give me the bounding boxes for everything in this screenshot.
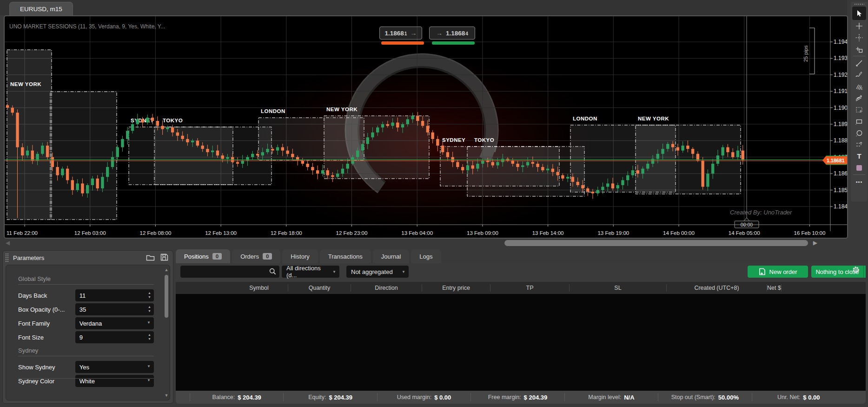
svg-text:E: E — [861, 87, 863, 90]
svg-text:13 Feb 14:00: 13 Feb 14:00 — [532, 230, 564, 236]
positions-table-body[interactable] — [176, 294, 866, 391]
status-item: Stop out (Smart): 50.00% — [658, 393, 751, 401]
svg-text:13 Feb 19:00: 13 Feb 19:00 — [597, 230, 629, 236]
vscroll-thumb[interactable] — [165, 275, 168, 318]
parameters-body: Global Style Days Back 11 ▼ ▲ — [6, 265, 170, 400]
pitchfork-tool-icon[interactable] — [852, 92, 866, 104]
credit-text: Created By: UnoTrader — [730, 209, 792, 216]
parameter-label: Show Sydney — [18, 364, 75, 371]
status-item: Used margin: $ 0.00 — [377, 393, 470, 401]
column-header[interactable]: TP — [490, 284, 570, 292]
channel-tool-icon[interactable] — [852, 139, 866, 150]
parameter-input[interactable]: 35 ▼ ▲ ▼ — [75, 303, 154, 315]
ellipse-tool-icon[interactable] — [852, 127, 866, 139]
parameter-value: 35 — [80, 306, 86, 313]
stepper-down-icon: ▼ — [148, 337, 151, 341]
chart-hscrollbar: ◀ ▶ — [4, 239, 848, 248]
column-header[interactable]: Created (UTC+8) — [667, 284, 767, 292]
scroll-left-icon[interactable]: ◀ — [6, 240, 10, 246]
column-header[interactable]: Quantity — [288, 284, 351, 292]
panel-tab[interactable]: Orders 0 — [232, 249, 280, 263]
parameter-value: 11 — [80, 292, 86, 299]
chevron-down-icon[interactable]: ▼ — [147, 364, 151, 368]
parameter-label: Font Size — [18, 334, 75, 341]
panel-tab[interactable]: Positions 0 — [176, 249, 230, 263]
parameter-input[interactable]: Yes ▼ ▲ ▼ — [75, 361, 154, 373]
parameters-title: Parameters — [13, 254, 44, 261]
pointer-tool-icon[interactable] — [852, 7, 866, 20]
svg-text:1.18800: 1.18800 — [834, 137, 847, 144]
filter-row: All directions (d... ▼ Not aggregated ▼ … — [176, 263, 866, 280]
ask-pip-digit: 4 — [465, 31, 468, 36]
scroll-up-icon[interactable]: ▲ — [164, 267, 169, 272]
chevron-down-icon[interactable]: ▼ — [147, 320, 151, 325]
sell-arrow-icon: → — [410, 29, 417, 37]
direction-filter-dropdown[interactable]: All directions (d... ▼ — [282, 266, 339, 278]
stepper-arrows[interactable]: ▲ ▼ — [148, 333, 151, 341]
svg-text:12 Feb 13:00: 12 Feb 13:00 — [205, 230, 237, 236]
save-template-icon[interactable] — [160, 254, 168, 261]
pips-measure: 25 pips — [803, 28, 815, 74]
panel-drag-handle[interactable] — [5, 253, 8, 262]
toolbar-drag-handle[interactable] — [854, 3, 864, 6]
hscroll-thumb[interactable] — [504, 240, 808, 246]
column-header[interactable]: Net $ — [767, 284, 782, 292]
color-picker-icon[interactable] — [852, 162, 866, 173]
bid-pip-digit: 1 — [404, 31, 407, 36]
freehand-draw-tool-icon[interactable] — [852, 69, 866, 80]
column-header[interactable]: Entry price — [422, 284, 490, 292]
new-order-button[interactable]: New order — [748, 266, 808, 278]
text-tool-icon[interactable]: T — [852, 150, 866, 162]
sell-quote-button[interactable]: 1.18681 → — [379, 27, 422, 40]
chevron-down-icon[interactable]: ▼ — [147, 378, 151, 382]
crosshair-box-icon[interactable] — [852, 43, 866, 55]
parameter-label: Days Back — [18, 292, 75, 299]
gear-icon[interactable] — [852, 266, 860, 274]
search-box[interactable] — [180, 266, 279, 278]
load-template-icon[interactable] — [146, 254, 155, 261]
close-options-dropdown[interactable]: ▼ — [863, 266, 866, 278]
column-header[interactable]: Direction — [351, 284, 422, 292]
column-header[interactable]: Symbol — [230, 284, 288, 292]
chevron-down-icon: ▼ — [402, 270, 405, 274]
parameter-input[interactable]: Verdana ▼ ▲ ▼ — [75, 317, 154, 329]
search-input[interactable] — [184, 267, 264, 276]
rectangle-tool-icon[interactable] — [852, 115, 866, 127]
parameter-input[interactable]: 11 ▼ ▲ ▼ — [75, 289, 154, 301]
status-item: Margin level: N/A — [564, 393, 658, 401]
buy-quote-button[interactable]: → 1.18684 — [429, 27, 475, 40]
panel-tab[interactable]: History — [282, 249, 318, 263]
panel-tab[interactable]: Transactions — [320, 249, 371, 263]
svg-text:12 Feb 18:00: 12 Feb 18:00 — [271, 230, 302, 236]
svg-text:1.19100: 1.19100 — [834, 88, 847, 95]
chart-canvas[interactable]: NEW YORKSYDNEYTOKYOLONDONNEW YORKSYDNEYT… — [5, 16, 847, 238]
chart-tab-eurusd[interactable]: EURUSD, m15 — [9, 2, 73, 15]
crosshair-icon[interactable] — [852, 20, 866, 32]
session-box — [324, 116, 429, 179]
parameter-input[interactable]: 9 ▼ ▲ ▼ — [75, 331, 154, 343]
aggregation-filter-dropdown[interactable]: Not aggregated ▼ — [346, 266, 409, 278]
parameter-field: Show Sydney Yes ▼ ▲ ▼ — [18, 360, 154, 374]
search-icon[interactable] — [269, 268, 276, 275]
fibonacci-tool-icon[interactable]: F — [852, 104, 866, 115]
midnight-marker: 00:00 — [735, 16, 759, 228]
session-box — [467, 147, 584, 196]
elliott-wave-tool-icon[interactable]: E — [852, 80, 866, 92]
svg-text:14 Feb 00:00: 14 Feb 00:00 — [663, 230, 695, 236]
scroll-down-icon[interactable]: ▼ — [164, 393, 169, 398]
column-header[interactable]: SL — [570, 284, 667, 292]
stepper-arrows[interactable]: ▲ ▼ — [148, 305, 151, 313]
panel-tab[interactable]: Logs — [411, 249, 441, 263]
panel-tab[interactable]: Journal — [373, 249, 410, 263]
parameters-panel: Parameters Global Style — [2, 250, 173, 404]
scroll-right-icon[interactable]: ▶ — [813, 240, 817, 246]
parameter-field: Font Size 9 ▼ ▲ ▼ — [18, 330, 154, 344]
status-item: Equity: $ 204.39 — [283, 393, 377, 401]
stepper-arrows[interactable]: ▲ ▼ — [148, 291, 151, 299]
svg-text:12 Feb 08:00: 12 Feb 08:00 — [140, 230, 172, 236]
crosshair-measure-icon[interactable] — [852, 32, 866, 43]
more-tools-icon[interactable]: ••• — [852, 176, 866, 187]
positions-table-header: SymbolQuantityDirectionEntry priceTPSLCr… — [176, 282, 866, 294]
parameter-input[interactable]: White ▼ ▲ ▼ — [75, 375, 154, 387]
trend-line-tool-icon[interactable] — [852, 57, 866, 69]
